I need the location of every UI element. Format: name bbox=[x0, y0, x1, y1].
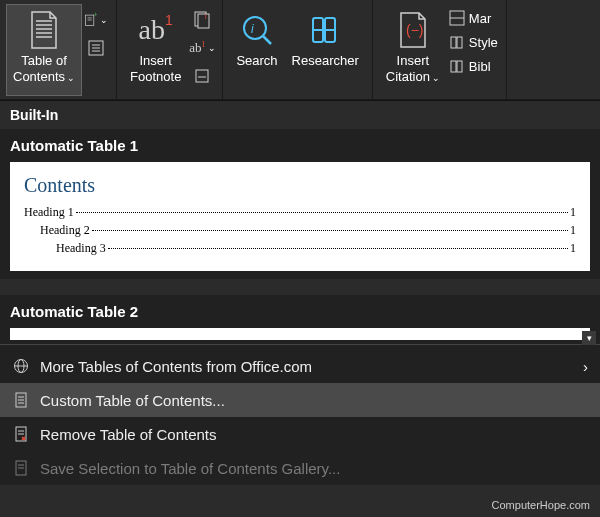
custom-toc-label: Custom Table of Contents... bbox=[40, 392, 225, 409]
automatic-table-1-preview[interactable]: Contents Heading 11 Heading 21 Heading 3… bbox=[10, 162, 590, 271]
insert-citation-button[interactable]: (−) Insert Citation⌄ bbox=[379, 4, 447, 96]
custom-toc-menu-item[interactable]: Custom Table of Contents... bbox=[0, 383, 600, 417]
insert-footnote-button[interactable]: ab 1 Insert Footnote bbox=[123, 4, 188, 96]
search-button[interactable]: i Search bbox=[229, 4, 284, 96]
svg-text:i: i bbox=[251, 22, 254, 36]
add-text-button[interactable]: + ⌄ bbox=[84, 8, 108, 32]
svg-rect-27 bbox=[451, 37, 456, 48]
svg-rect-5 bbox=[85, 15, 93, 26]
preview-contents-title: Contents bbox=[24, 174, 576, 197]
svg-rect-16 bbox=[196, 70, 208, 82]
next-footnote-button[interactable]: ab1 ⌄ bbox=[190, 36, 214, 60]
scroll-down-icon[interactable]: ▾ bbox=[582, 331, 596, 345]
more-tables-label: More Tables of Contents from Office.com bbox=[40, 358, 312, 375]
svg-text:(−): (−) bbox=[406, 22, 424, 38]
citation-icon: (−) bbox=[396, 9, 430, 51]
builtin-header: Built-In bbox=[0, 101, 600, 129]
footnote-small-buttons: i ab1 ⌄ bbox=[188, 4, 216, 92]
automatic-table-1-title: Automatic Table 1 bbox=[0, 129, 600, 162]
preview-heading-3: Heading 31 bbox=[24, 241, 576, 256]
watermark-text: ComputerHope.com bbox=[492, 499, 590, 511]
ribbon: Table of Contents⌄ + ⌄ bbox=[0, 0, 600, 100]
remove-toc-menu-item[interactable]: Remove Table of Contents bbox=[0, 417, 600, 451]
document-remove-icon bbox=[12, 425, 30, 443]
preview-heading-2: Heading 21 bbox=[24, 223, 576, 238]
search-icon: i bbox=[239, 9, 275, 51]
bibliography-button[interactable]: Bibl bbox=[449, 58, 498, 74]
researcher-button[interactable]: Researcher bbox=[285, 4, 366, 96]
chevron-right-icon: › bbox=[583, 358, 588, 375]
automatic-table-2-title: Automatic Table 2 bbox=[0, 295, 600, 328]
toc-button-label: Table of Contents⌄ bbox=[13, 53, 75, 84]
remove-toc-label: Remove Table of Contents bbox=[40, 426, 217, 443]
svg-text:+: + bbox=[94, 11, 98, 18]
ribbon-group-toc: Table of Contents⌄ + ⌄ bbox=[0, 0, 117, 99]
document-save-icon bbox=[12, 459, 30, 477]
update-table-button[interactable] bbox=[84, 36, 108, 60]
save-selection-menu-item: Save Selection to Table of Contents Gall… bbox=[0, 451, 600, 485]
toc-small-buttons: + ⌄ bbox=[82, 4, 110, 64]
footnote-icon: ab 1 bbox=[139, 9, 173, 51]
insert-footnote-label: Insert Footnote bbox=[130, 53, 181, 84]
manage-sources-button[interactable]: Mar bbox=[449, 10, 498, 26]
svg-line-19 bbox=[263, 36, 271, 44]
more-tables-menu-item[interactable]: More Tables of Contents from Office.com … bbox=[0, 349, 600, 383]
save-selection-label: Save Selection to Table of Contents Gall… bbox=[40, 460, 340, 477]
svg-rect-30 bbox=[457, 61, 462, 72]
svg-rect-14 bbox=[198, 14, 209, 28]
insert-endnote-button[interactable]: i bbox=[190, 8, 214, 32]
insert-citation-label: Insert Citation⌄ bbox=[386, 53, 440, 84]
researcher-label: Researcher bbox=[292, 53, 359, 69]
citations-partial: Mar Style Bibl bbox=[447, 4, 500, 80]
preview-heading-1: Heading 11 bbox=[24, 205, 576, 220]
toc-dropdown-panel: Built-In Automatic Table 1 Contents Head… bbox=[0, 100, 600, 485]
researcher-icon bbox=[307, 9, 343, 51]
svg-rect-28 bbox=[457, 37, 462, 48]
table-of-contents-button[interactable]: Table of Contents⌄ bbox=[6, 4, 82, 96]
ribbon-group-citations: (−) Insert Citation⌄ Mar Style Bibl bbox=[373, 0, 507, 99]
svg-rect-29 bbox=[451, 61, 456, 72]
ribbon-group-research: i Search Researcher bbox=[223, 0, 372, 99]
globe-icon bbox=[12, 357, 30, 375]
svg-point-18 bbox=[244, 17, 266, 39]
citation-style-button[interactable]: Style bbox=[449, 34, 498, 50]
show-notes-button[interactable] bbox=[190, 64, 214, 88]
search-label: Search bbox=[236, 53, 277, 69]
automatic-table-2-preview[interactable] bbox=[10, 328, 590, 340]
document-toc-icon bbox=[28, 9, 60, 51]
ribbon-group-footnotes: ab 1 Insert Footnote i ab1 ⌄ bbox=[117, 0, 223, 99]
document-icon bbox=[12, 391, 30, 409]
